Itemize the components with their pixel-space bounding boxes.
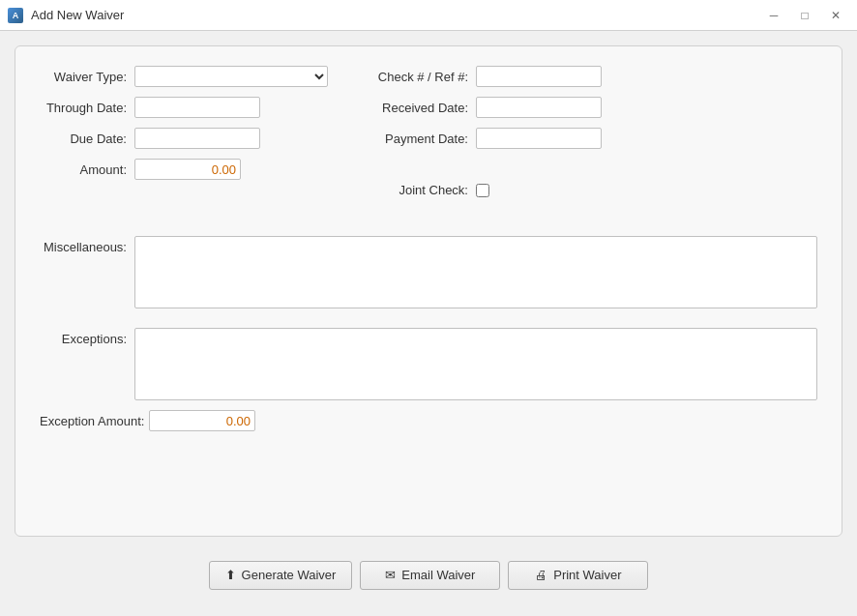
- payment-date-input[interactable]: [476, 128, 602, 149]
- right-column: Check # / Ref #: Received Date: Payment …: [367, 66, 602, 197]
- received-date-label: Received Date:: [367, 101, 468, 115]
- payment-date-label: Payment Date:: [367, 132, 468, 146]
- generate-icon: ⬆: [225, 568, 236, 582]
- check-ref-label: Check # / Ref #:: [367, 70, 468, 84]
- spacer: [367, 159, 602, 168]
- received-date-input[interactable]: [476, 97, 602, 118]
- amount-label: Amount:: [40, 162, 127, 177]
- form-panel: Waiver Type: Through Date: Due Date:: [15, 45, 842, 537]
- miscellaneous-textarea[interactable]: [134, 236, 817, 308]
- title-bar-controls: ─ □ ✕: [760, 5, 849, 26]
- print-waiver-button[interactable]: 🖨 Print Waiver: [508, 561, 648, 590]
- amount-field: Amount:: [40, 159, 328, 180]
- joint-check-checkbox[interactable]: [476, 184, 489, 197]
- exception-amount-field: Exception Amount:: [40, 410, 817, 431]
- amount-input[interactable]: [134, 159, 241, 180]
- window-body: Waiver Type: Through Date: Due Date:: [0, 31, 857, 616]
- payment-date-field: Payment Date:: [367, 128, 602, 149]
- miscellaneous-label: Miscellaneous:: [40, 236, 127, 254]
- received-date-field: Received Date:: [367, 97, 602, 118]
- through-date-input[interactable]: [134, 97, 260, 118]
- email-waiver-button[interactable]: ✉ Email Waiver: [360, 561, 500, 590]
- joint-check-label: Joint Check:: [367, 183, 468, 197]
- check-ref-field: Check # / Ref #:: [367, 66, 602, 87]
- maximize-button[interactable]: □: [791, 5, 818, 26]
- email-label: Email Waiver: [401, 568, 475, 582]
- exception-amount-label: Exception Amount:: [40, 414, 141, 428]
- left-column: Waiver Type: Through Date: Due Date:: [40, 66, 328, 197]
- due-date-input[interactable]: [134, 128, 260, 149]
- email-icon: ✉: [385, 568, 396, 582]
- waiver-type-label: Waiver Type:: [40, 70, 127, 84]
- waiver-type-select[interactable]: [134, 66, 328, 87]
- generate-waiver-button[interactable]: ⬆ Generate Waiver: [209, 561, 353, 590]
- exception-amount-input[interactable]: [149, 410, 255, 431]
- due-date-field: Due Date:: [40, 128, 328, 149]
- minimize-button[interactable]: ─: [760, 5, 787, 26]
- title-bar: A Add New Waiver ─ □ ✕: [0, 0, 857, 31]
- joint-check-field: Joint Check:: [367, 183, 602, 197]
- exceptions-textarea[interactable]: [134, 328, 817, 400]
- title-bar-left: A Add New Waiver: [8, 8, 124, 23]
- form-columns: Waiver Type: Through Date: Due Date:: [40, 66, 817, 197]
- waiver-type-field: Waiver Type:: [40, 66, 328, 87]
- print-label: Print Waiver: [553, 568, 621, 582]
- close-button[interactable]: ✕: [822, 5, 849, 26]
- through-date-field: Through Date:: [40, 97, 328, 118]
- generate-label: Generate Waiver: [242, 568, 337, 582]
- through-date-label: Through Date:: [40, 101, 127, 115]
- print-icon: 🖨: [535, 568, 547, 582]
- window-title: Add New Waiver: [31, 8, 124, 22]
- miscellaneous-row: Miscellaneous:: [40, 236, 817, 308]
- exceptions-label: Exceptions:: [40, 328, 127, 346]
- main-window: A Add New Waiver ─ □ ✕ Waiver Type:: [0, 0, 857, 616]
- app-icon: A: [8, 8, 23, 23]
- mid-spacer: [40, 207, 817, 217]
- due-date-label: Due Date:: [40, 132, 127, 146]
- bottom-bar: ⬆ Generate Waiver ✉ Email Waiver 🖨 Print…: [15, 548, 842, 601]
- check-ref-input[interactable]: [476, 66, 602, 87]
- exceptions-row: Exceptions:: [40, 328, 817, 400]
